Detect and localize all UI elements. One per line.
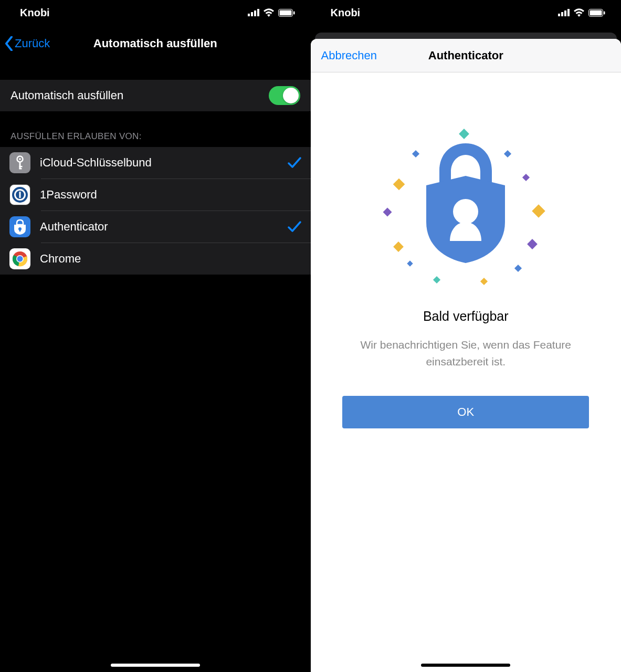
checkmark-icon [288,157,301,169]
provider-label: 1Password [40,188,301,202]
provider-row-icloud[interactable]: iCloud-Schlüsselbund [0,147,311,178]
onepassword-icon [9,184,30,205]
providers-section-header: AUSFÜLLEN ERLAUBEN VON: [0,111,311,147]
phone-settings-screen: Knobi Zurück Automatisch ausfüllen Autom… [0,0,311,672]
carrier-label: Knobi [331,7,361,19]
settings-content: Automatisch ausfüllen AUSFÜLLEN ERLAUBEN… [0,55,311,672]
svg-rect-11 [19,168,22,170]
providers-list: iCloud-Schlüsselbund 1Password [0,147,311,275]
svg-rect-24 [567,9,570,16]
phone-authenticator-modal: Knobi Abbrechen Authenticator [311,0,622,672]
provider-row-authenticator[interactable]: Authenticator [41,211,311,243]
key-icon [9,152,30,173]
svg-point-8 [19,158,21,160]
authenticator-icon [9,216,30,237]
cancel-button[interactable]: Abbrechen [321,49,377,62]
provider-row-chrome[interactable]: Chrome [41,243,311,275]
status-indicators [248,8,295,17]
svg-rect-3 [257,9,259,16]
provider-row-1password[interactable]: 1Password [41,178,311,211]
svg-rect-23 [564,10,566,16]
ok-button[interactable]: OK [342,396,589,428]
provider-label: Authenticator [40,220,288,234]
lock-shield-icon [413,138,518,264]
modal-title: Authenticator [428,49,503,62]
modal-card: Abbrechen Authenticator [311,39,622,672]
chevron-left-icon [4,36,14,51]
cellular-icon [248,9,259,16]
chrome-icon [9,248,30,269]
autofill-toggle-label: Automatisch ausfüllen [10,89,269,102]
svg-point-28 [453,199,478,224]
cellular-icon [558,9,570,16]
svg-rect-6 [293,11,295,14]
svg-rect-27 [604,11,605,14]
back-label: Zurück [15,37,50,50]
battery-icon [278,9,295,17]
home-indicator[interactable] [111,664,200,667]
autofill-toggle-row[interactable]: Automatisch ausfüllen [0,80,311,111]
svg-point-20 [17,256,23,262]
modal-body: Bald verfügbar Wir benachrichtigen Sie, … [311,72,622,672]
status-indicators [558,8,605,17]
status-bar: Knobi [0,0,311,25]
svg-rect-21 [558,14,560,16]
wifi-icon [263,8,275,17]
page-title: Automatisch ausfüllen [93,37,217,50]
svg-rect-5 [279,10,291,15]
carrier-label: Knobi [20,7,50,19]
status-bar: Knobi [311,0,622,25]
back-button[interactable]: Zurück [4,36,50,51]
svg-rect-9 [19,162,21,169]
coming-soon-description: Wir benachrichtigen Sie, wenn das Featur… [355,337,576,370]
svg-rect-15 [19,192,21,198]
wifi-icon [573,8,585,17]
svg-rect-2 [254,10,256,16]
coming-soon-title: Bald verfügbar [423,309,509,324]
svg-rect-1 [251,12,253,16]
modal-backdrop: Abbrechen Authenticator [311,33,622,672]
checkmark-icon [288,221,301,233]
provider-label: iCloud-Schlüsselbund [40,156,288,170]
coming-soon-illustration [382,125,550,293]
svg-rect-17 [19,229,21,232]
nav-bar: Zurück Automatisch ausfüllen [0,25,311,55]
svg-rect-0 [248,14,250,16]
provider-label: Chrome [40,252,301,266]
svg-rect-22 [561,12,563,16]
svg-rect-10 [19,166,23,167]
modal-header: Abbrechen Authenticator [311,39,622,72]
home-indicator[interactable] [421,664,510,667]
svg-rect-26 [590,10,602,15]
autofill-toggle[interactable] [269,86,300,105]
autofill-toggle-group: Automatisch ausfüllen [0,80,311,111]
battery-icon [588,9,605,17]
